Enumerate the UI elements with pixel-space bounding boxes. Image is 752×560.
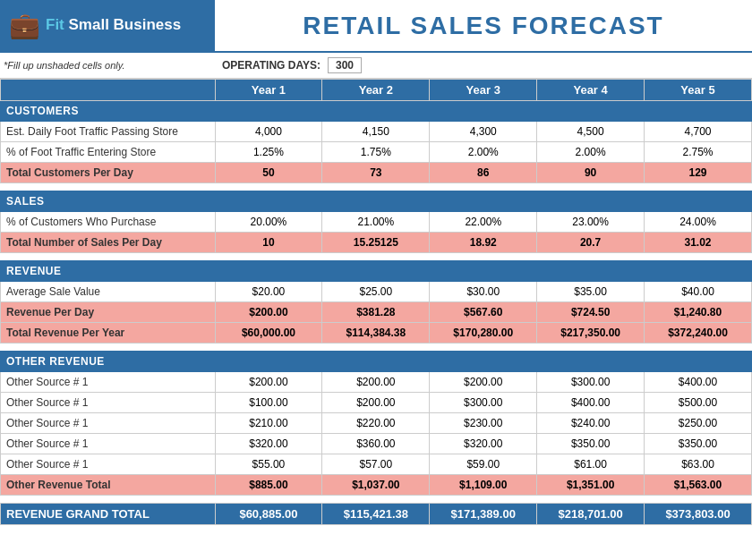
row-value[interactable]: $200.00 xyxy=(322,393,430,413)
grand-total-value: $60,885.00 xyxy=(215,504,322,525)
row-value[interactable]: $63.00 xyxy=(645,454,752,475)
section-header-revenue: REVENUE xyxy=(1,261,752,282)
row-value[interactable]: $40.00 xyxy=(645,282,752,302)
table-row: Total Revenue Per Year$60,000.00$114,384… xyxy=(1,323,752,344)
table-row: Revenue Per Day$200.00$381.28$567.60$724… xyxy=(1,302,752,323)
row-value: $1,037.00 xyxy=(322,475,430,496)
grand-total-value: $218,701.00 xyxy=(537,504,645,525)
row-value[interactable]: $300.00 xyxy=(430,393,537,413)
row-value[interactable]: $25.00 xyxy=(322,282,430,302)
row-value[interactable]: 23.00% xyxy=(537,212,645,233)
row-label: Other Source # 1 xyxy=(1,413,216,434)
row-value[interactable]: $400.00 xyxy=(645,372,752,393)
row-value[interactable]: $230.00 xyxy=(430,413,537,434)
row-value[interactable]: $100.00 xyxy=(215,393,322,413)
row-value[interactable]: 4,700 xyxy=(645,122,752,142)
row-value[interactable]: $350.00 xyxy=(645,434,752,454)
column-headers: Year 1 Year 2 Year 3 Year 4 Year 5 xyxy=(1,80,752,101)
row-value[interactable]: 21.00% xyxy=(322,212,430,233)
row-value[interactable]: 1.75% xyxy=(322,142,430,163)
row-value[interactable]: $240.00 xyxy=(537,413,645,434)
row-value: 129 xyxy=(645,163,752,183)
row-value: $1,109.00 xyxy=(430,475,537,496)
col-header-year3: Year 3 xyxy=(430,80,537,101)
row-value[interactable]: $210.00 xyxy=(215,413,322,434)
row-label: Total Customers Per Day xyxy=(1,163,216,183)
table-row: % of Foot Traffic Entering Store1.25%1.7… xyxy=(1,142,752,163)
row-label: Est. Daily Foot Traffic Passing Store xyxy=(1,122,216,142)
row-value[interactable]: $360.00 xyxy=(322,434,430,454)
row-value[interactable]: 22.00% xyxy=(430,212,537,233)
row-value: 31.02 xyxy=(645,233,752,253)
table-row: Other Source # 1$200.00$200.00$200.00$30… xyxy=(1,372,752,393)
brand-name: Fit Small Business xyxy=(46,16,181,34)
fill-note: *Fill up unshaded cells only. xyxy=(4,60,218,71)
row-value: $60,000.00 xyxy=(215,323,322,344)
row-value: $114,384.38 xyxy=(322,323,430,344)
forecast-table: Year 1 Year 2 Year 3 Year 4 Year 5 CUSTO… xyxy=(0,79,752,525)
row-value[interactable]: $57.00 xyxy=(322,454,430,475)
row-value: $885.00 xyxy=(215,475,322,496)
row-value: $170,280.00 xyxy=(430,323,537,344)
info-bar: *Fill up unshaded cells only. OPERATING … xyxy=(0,51,752,79)
row-label: Other Source # 1 xyxy=(1,393,216,413)
row-value[interactable]: 4,300 xyxy=(430,122,537,142)
row-value[interactable]: $200.00 xyxy=(430,372,537,393)
row-value[interactable]: $30.00 xyxy=(430,282,537,302)
logo-area: 💼 Fit Small Business xyxy=(0,0,215,51)
section-separator xyxy=(1,183,752,191)
row-value[interactable]: $500.00 xyxy=(645,393,752,413)
row-value[interactable]: 24.00% xyxy=(645,212,752,233)
page-title: RETAIL SALES FORECAST xyxy=(303,12,663,40)
row-value[interactable]: $20.00 xyxy=(215,282,322,302)
row-value[interactable]: 4,500 xyxy=(537,122,645,142)
col-header-year4: Year 4 xyxy=(537,80,645,101)
row-value[interactable]: $320.00 xyxy=(430,434,537,454)
row-value[interactable]: $350.00 xyxy=(537,434,645,454)
row-label: Other Source # 1 xyxy=(1,372,216,393)
row-value: $724.50 xyxy=(537,302,645,323)
row-value[interactable]: $200.00 xyxy=(322,372,430,393)
row-label: Average Sale Value xyxy=(1,282,216,302)
row-value[interactable]: $250.00 xyxy=(645,413,752,434)
grand-total-value: $373,803.00 xyxy=(645,504,752,525)
row-value[interactable]: 4,150 xyxy=(322,122,430,142)
section-separator xyxy=(1,344,752,352)
operating-days-value[interactable]: 300 xyxy=(328,57,362,73)
row-value[interactable]: 1.25% xyxy=(215,142,322,163)
row-label: % of Customers Who Purchase xyxy=(1,212,216,233)
row-value: 73 xyxy=(322,163,430,183)
row-value[interactable]: 2.75% xyxy=(645,142,752,163)
row-value[interactable]: $35.00 xyxy=(537,282,645,302)
row-value[interactable]: 20.00% xyxy=(215,212,322,233)
row-value[interactable]: $220.00 xyxy=(322,413,430,434)
row-value[interactable]: $59.00 xyxy=(430,454,537,475)
row-value[interactable]: $320.00 xyxy=(215,434,322,454)
page-title-area: RETAIL SALES FORECAST xyxy=(215,0,752,51)
section-separator xyxy=(1,253,752,261)
row-value[interactable]: 2.00% xyxy=(430,142,537,163)
row-value: 50 xyxy=(215,163,322,183)
row-value[interactable]: $61.00 xyxy=(537,454,645,475)
row-value[interactable]: $55.00 xyxy=(215,454,322,475)
row-value[interactable]: $200.00 xyxy=(215,372,322,393)
row-label: % of Foot Traffic Entering Store xyxy=(1,142,216,163)
row-label: Other Revenue Total xyxy=(1,475,216,496)
grand-total-value: $115,421.38 xyxy=(322,504,430,525)
col-header-label xyxy=(1,80,216,101)
col-header-year1: Year 1 xyxy=(215,80,322,101)
operating-days-label: OPERATING DAYS: xyxy=(222,59,320,72)
row-value[interactable]: $400.00 xyxy=(537,393,645,413)
row-value: $567.60 xyxy=(430,302,537,323)
section-header-sales: SALES xyxy=(1,191,752,212)
row-value: $1,563.00 xyxy=(645,475,752,496)
row-value: 90 xyxy=(537,163,645,183)
row-value[interactable]: $300.00 xyxy=(537,372,645,393)
row-value[interactable]: 2.00% xyxy=(537,142,645,163)
row-value[interactable]: 4,000 xyxy=(215,122,322,142)
row-value: $381.28 xyxy=(322,302,430,323)
briefcase-icon: 💼 xyxy=(9,11,40,40)
row-value: 10 xyxy=(215,233,322,253)
table-row: Total Customers Per Day50738690129 xyxy=(1,163,752,183)
row-label: Revenue Per Day xyxy=(1,302,216,323)
